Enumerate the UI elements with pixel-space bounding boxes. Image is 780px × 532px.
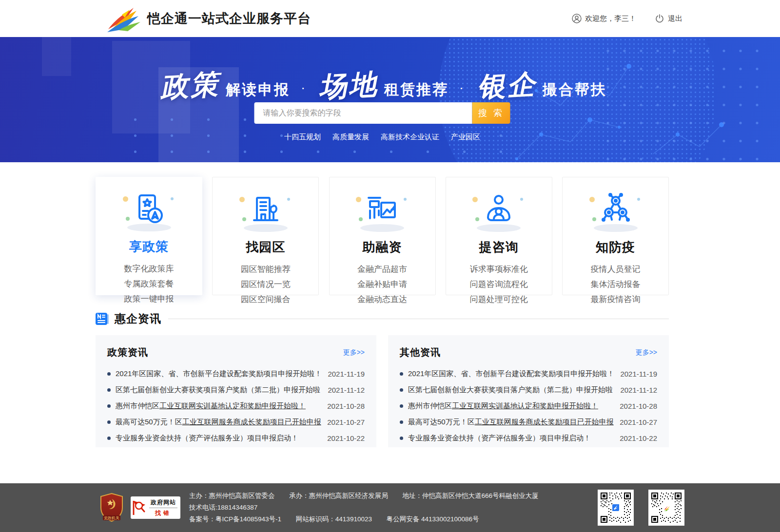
finance-chart-icon [359,190,406,232]
bullet-dot [107,437,111,440]
top-bar: 恺企通一站式企业服务平台 欢迎您，李三！ 退出 [0,0,780,37]
news-panels: 政策资讯 更多>> 2021年区国家、省、市创新平台建设配套奖励项目申报开始啦！… [96,335,669,447]
qr-code-official [648,490,684,526]
more-link[interactable]: 更多>> [343,348,365,357]
panel-title: 其他资讯 [400,346,441,359]
service-title: 提咨询 [446,239,552,256]
header-brand[interactable]: 恺企通一站式企业服务平台 [104,5,311,32]
service-title: 知防疫 [563,239,668,256]
hot-word-link[interactable]: 十四五规划 [284,133,321,142]
service-item[interactable]: 金融产品超市 [330,262,435,277]
bullet-dot [107,372,111,376]
more-link[interactable]: 更多>> [636,348,657,357]
welcome-wrap: 欢迎您，李三！ [572,14,636,23]
banner-slogan: 政策 解读申报 · 场地 租赁推荐 · 银企 撮合帮扶 [96,67,669,105]
gov-badge-line2: 找错 [149,508,177,517]
slogan-separator: · [459,80,464,95]
hot-search-words: 十四五规划 高质量发展 高新技术企业认证 产业园区 [96,133,669,142]
news-date: 2021-11-19 [328,370,365,378]
news-item[interactable]: 2021年区国家、省、市创新平台建设配套奖励项目申报开始啦！ 2021-11-1… [400,366,657,382]
news-date: 2021-11-19 [620,370,657,378]
service-card-policy[interactable]: 享政策 数字化政策库 专属政策套餐 政策一键申报 [96,177,202,295]
service-card-consult[interactable]: 提咨询 诉求事项标准化 问题咨询流程化 问题处理可控化 [446,177,552,295]
slogan-calligraphy: 银企 [476,66,538,106]
service-cards-row: 享政策 数字化政策库 专属政策套餐 政策一键申报 找园区 园区智能推荐 园区情况… [96,177,669,295]
search-bar: 搜 索 [254,102,510,124]
news-item[interactable]: 区第七届创新创业大赛获奖项目落户奖励（第二批）申报开始啦！ 2021-11-12 [400,382,657,398]
news-date: 2021-11-12 [328,386,365,394]
search-button[interactable]: 搜 索 [472,102,510,124]
hot-word-link[interactable]: 高质量发展 [332,133,369,142]
user-area: 欢迎您，李三！ 退出 [572,14,682,23]
footer-security-record: 粤公网安备 44133002100086号 [387,515,479,523]
service-item[interactable]: 专属政策套餐 [96,276,202,291]
gov-site-error-badge[interactable]: 政府网站 找错 [131,496,180,519]
panel-title: 政策资讯 [107,346,148,359]
service-item[interactable]: 园区智能推荐 [213,262,318,277]
footer-undertaker: 承办：惠州仲恺高新区经济发展局 [289,492,388,499]
search-input[interactable] [254,102,472,124]
news-item[interactable]: 最高可达50万元！区工业互联网服务商成长奖励项目已开始申报 2021-10-27 [107,414,365,430]
news-date: 2021-10-27 [620,418,657,426]
service-item[interactable]: 政策一键申报 [96,291,202,306]
slogan-calligraphy: 场地 [318,66,379,106]
service-item[interactable]: 集体活动报备 [563,277,668,292]
news-icon [96,312,109,325]
service-item[interactable]: 园区情况一览 [213,277,318,292]
news-item[interactable]: 专业服务业资金扶持（资产评估服务业）项目申报启动！ 2021-10-22 [400,430,657,446]
news-item[interactable]: 专业服务业资金扶持（资产评估服务业）项目申报启动！ 2021-10-22 [107,430,365,446]
news-item[interactable]: 惠州市仲恺区工业互联网实训基地认定和奖励申报开始啦！ 2021-10-28 [107,398,365,414]
service-item[interactable]: 最新疫情咨询 [563,292,668,307]
news-section-title: 惠企资讯 [115,311,161,326]
virus-molecule-icon [592,190,639,232]
service-card-epidemic[interactable]: 知防疫 疫情人员登记 集体活动报备 最新疫情咨询 [562,177,669,295]
footer-icp: 备案号：粤ICP备14085943号-1 [189,515,281,523]
news-date: 2021-11-12 [620,386,657,394]
news-item[interactable]: 惠州市仲恺区工业互联网实训基地认定和奖励申报开始啦！ 2021-10-28 [400,398,657,414]
service-item[interactable]: 数字化政策库 [96,261,202,276]
service-item[interactable]: 问题咨询流程化 [446,277,552,292]
consult-people-icon [475,190,522,232]
gov-badge-line1: 政府网站 [149,498,177,508]
flag-magnifier-icon [133,500,147,515]
hot-word-link[interactable]: 高新技术企业认证 [381,133,439,142]
user-icon [572,14,582,23]
service-item[interactable]: 金融动态直达 [330,292,435,307]
news-date: 2021-10-27 [327,418,365,426]
service-card-park[interactable]: 找园区 园区智能推荐 园区情况一览 园区空间撮合 [212,177,319,295]
site-logo-icon [104,5,140,32]
slogan-separator: · [301,80,305,95]
footer-phone: 技术电话:18814346387 [189,504,257,511]
site-title: 恺企通一站式企业服务平台 [147,10,311,27]
news-section-header: 惠企资讯 [96,310,669,327]
hot-word-link[interactable]: 产业园区 [451,133,480,142]
news-item[interactable]: 最高可达50万元！区工业互联网服务商成长奖励项目已开始申报 2021-10-27 [400,414,657,430]
service-card-finance[interactable]: 助融资 金融产品超市 金融补贴申请 金融动态直达 [329,177,436,295]
news-date: 2021-10-28 [327,402,365,410]
logout-button[interactable]: 退出 [655,14,682,23]
other-news-panel: 其他资讯 更多>> 2021年区国家、省、市创新平台建设配套奖励项目申报开始啦！… [388,335,669,447]
footer-address: 地址：仲恺高新区仲恺大道666号科融创业大厦 [403,492,539,499]
service-item[interactable]: 问题处理可控化 [446,292,552,307]
footer-site-code: 网站标识码：4413910023 [296,515,372,523]
bullet-dot [400,420,403,424]
service-item[interactable]: 金融补贴申请 [330,277,435,292]
policy-document-icon [126,190,173,231]
service-item[interactable]: 诉求事项标准化 [446,262,552,277]
section-divider [168,319,669,319]
power-icon [655,14,664,23]
service-title: 找园区 [213,239,318,256]
bullet-dot [400,372,403,376]
footer-sponsor: 主办：惠州仲恺高新区管委会 [189,492,275,499]
welcome-text: 欢迎您，李三！ [585,14,636,23]
news-item[interactable]: 2021年区国家、省、市创新平台建设配套奖励项目申报开始啦！ 2021-11-1… [107,366,365,382]
news-date: 2021-10-22 [620,434,657,442]
bullet-dot [400,404,403,408]
svg-text:党政机关: 党政机关 [104,516,119,520]
party-gov-badge[interactable]: 党政机关 [99,493,124,522]
news-item[interactable]: 区第七届创新创业大赛获奖项目落户奖励（第二批）申报开始啦！ 2021-11-12 [107,382,365,398]
service-item[interactable]: 园区空间撮合 [213,292,318,307]
policy-news-panel: 政策资讯 更多>> 2021年区国家、省、市创新平台建设配套奖励项目申报开始啦！… [96,335,376,447]
bullet-dot [107,420,111,424]
service-item[interactable]: 疫情人员登记 [563,262,668,277]
